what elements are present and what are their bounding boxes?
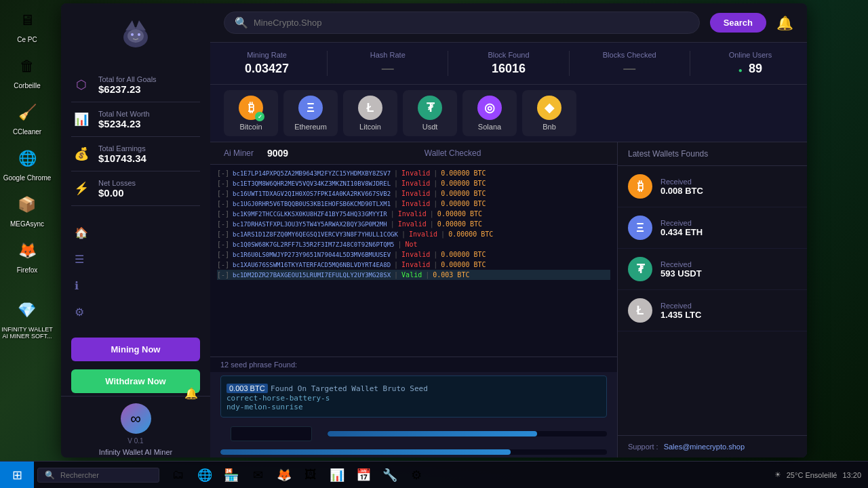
nav-info[interactable]: ℹ bbox=[61, 272, 210, 299]
crypto-btc[interactable]: ₿ ✓ Bitcoin bbox=[224, 90, 278, 136]
usdt-icon: ₮ bbox=[418, 96, 442, 120]
sidebar-bottom: ∞ V 0.1 Infinity Wallet AI Miner bbox=[61, 396, 210, 458]
crypto-usdt[interactable]: ₮ Usdt bbox=[403, 90, 457, 136]
taskbar-mail[interactable]: ✉ bbox=[245, 463, 270, 487]
online-users-box: Online Users ● 89 bbox=[707, 51, 793, 76]
start-button[interactable]: ⊞ bbox=[0, 462, 34, 489]
sidebar-logo bbox=[61, 3, 210, 61]
sidebar-bell-icon[interactable]: 🔔 bbox=[184, 387, 198, 400]
user-avatar: ∞ bbox=[121, 403, 151, 434]
seed-box: 0.003 BTC Found On Targeted Wallet Bruto… bbox=[220, 375, 607, 418]
search-input[interactable] bbox=[254, 18, 689, 28]
mining-rate-value: 0.03427 bbox=[224, 62, 310, 76]
desktop-icon-chrome[interactable]: 🌐 Google Chrome bbox=[3, 145, 52, 182]
taskbar-explorer[interactable]: 🗂 bbox=[166, 463, 191, 487]
header: 🔍 Search 🔔 bbox=[210, 3, 807, 43]
wallet-eth-icon: Ξ bbox=[628, 216, 652, 240]
seed-found-text: Found On Targeted Wallet Bruto Seed bbox=[271, 384, 428, 393]
taskbar-calendar[interactable]: 📅 bbox=[351, 463, 376, 487]
taskbar-app9[interactable]: 🔧 bbox=[378, 463, 402, 487]
header-bell-icon[interactable]: 🔔 bbox=[776, 15, 793, 31]
search-icon: 🔍 bbox=[235, 16, 248, 29]
desktop-icon-cepc[interactable]: 🖥 Ce PC bbox=[14, 7, 41, 43]
info-icon: ℹ bbox=[75, 279, 79, 292]
sidebar-nav: 🏠 ☰ ℹ ⚙ bbox=[61, 213, 210, 332]
support-bar: Support : Sales@minecrypto.shop bbox=[618, 435, 807, 458]
online-dot: ● bbox=[738, 66, 743, 74]
wallet-found-btc: ₿ Received 0.008 BTC bbox=[618, 166, 807, 207]
crypto-bnb[interactable]: ◆ Bnb bbox=[522, 90, 576, 136]
losses-icon: ⚡ bbox=[71, 178, 92, 199]
block-found-box: Block Found 16016 bbox=[465, 51, 551, 76]
seed-phrase-line1: correct-horse-battery-s bbox=[226, 394, 601, 403]
divider-4 bbox=[690, 51, 690, 76]
secondary-progress-bar bbox=[220, 449, 607, 455]
divider-3 bbox=[569, 51, 570, 76]
withdraw-now-button[interactable]: Withdraw Now bbox=[71, 369, 200, 393]
taskbar-app10[interactable]: ⚙ bbox=[404, 463, 429, 487]
networth-label: Total Net Worth bbox=[98, 110, 150, 118]
taskbar-edge[interactable]: 🌐 bbox=[193, 463, 217, 487]
desktop-icon-infinity[interactable]: 💎 INFINITY WALLET AI MINER SOFT... bbox=[1, 297, 53, 340]
wallet-log[interactable]: [-]bc1E7LP14PXPQ5ZA2MB9643M2FYZC15YHDMXB… bbox=[210, 165, 617, 357]
settings-icon: ⚙ bbox=[75, 306, 84, 319]
wallet-found-ltc: Ł Received 1.435 LTC bbox=[618, 290, 807, 331]
taskbar-store[interactable]: 🏪 bbox=[219, 463, 243, 487]
blocks-checked-label: Blocks Checked bbox=[587, 51, 673, 59]
taskbar: ⊞ 🔍 🗂 🌐 🏪 ✉ 🦊 🖼 📊 📅 🔧 ⚙ ☀ 25°C Ensoleill… bbox=[0, 461, 868, 488]
ai-miner-count: 9009 bbox=[267, 148, 288, 159]
taskbar-excel[interactable]: 📊 bbox=[325, 463, 349, 487]
mini-input-box[interactable] bbox=[231, 426, 312, 441]
blocks-checked-value: — bbox=[587, 62, 673, 76]
main-content: 🔍 Search 🔔 Mining Rate 0.03427 Hash Rate… bbox=[210, 3, 807, 458]
svg-point-3 bbox=[127, 29, 144, 43]
log-entry: [-]bc1XAU676SSWM16TKYATERFACD5MQ6NBLVDYR… bbox=[217, 260, 610, 270]
wallet-eth-amount: 0.434 ETH bbox=[660, 227, 797, 237]
desktop-icon-ccleaner[interactable]: 🧹 CCleaner bbox=[13, 99, 41, 136]
taskbar-firefox[interactable]: 🦊 bbox=[272, 463, 296, 487]
crypto-eth[interactable]: Ξ Ethereum bbox=[283, 90, 338, 136]
desktop-icon-mega[interactable]: 📦 MEGAsync bbox=[10, 191, 44, 228]
wallet-eth-info: Received 0.434 ETH bbox=[660, 219, 797, 237]
wallet-eth-received: Received bbox=[660, 219, 797, 227]
infinity-icon: 💎 bbox=[14, 297, 41, 324]
taskbar-search-input[interactable] bbox=[60, 471, 154, 479]
desktop-icon-trash[interactable]: 🗑 Corbeille bbox=[14, 53, 41, 89]
taskbar-photos[interactable]: 🖼 bbox=[298, 463, 323, 487]
progress-row bbox=[220, 424, 607, 444]
crypto-ltc[interactable]: Ł Litcoin bbox=[343, 90, 397, 136]
taskbar-search-box[interactable]: 🔍 bbox=[37, 468, 159, 483]
home-icon: 🏠 bbox=[75, 226, 88, 239]
crypto-sol[interactable]: ◎ Solana bbox=[462, 90, 517, 136]
eth-name: Ethereum bbox=[294, 123, 327, 131]
bnb-name: Bnb bbox=[542, 123, 556, 131]
wallet-checked-label: Wallet Checked bbox=[302, 148, 604, 158]
nav-list[interactable]: ☰ bbox=[61, 246, 210, 272]
mining-now-button[interactable]: Mining Now bbox=[71, 338, 200, 361]
total-earnings-stat: 💰 Total Earnings $10743.34 bbox=[71, 137, 200, 171]
log-entry: [-]bc16UWT1TDXAGV2QIH0XOS7FPKI4A0KA2RKV6… bbox=[217, 188, 610, 199]
search-button[interactable]: Search bbox=[710, 13, 766, 33]
sidebar: ⬡ Total for All Goals $6237.23 📊 Total N… bbox=[61, 3, 210, 458]
log-entry: [-]bc1R6U0LS0MWJYP273Y9651N79044L5D3MV6B… bbox=[217, 249, 610, 260]
app-name: Infinity Wallet AI Miner bbox=[99, 448, 172, 456]
search-box[interactable]: 🔍 bbox=[224, 12, 700, 34]
losses-label: Net Losses bbox=[98, 179, 136, 187]
ccleaner-icon: 🧹 bbox=[14, 99, 41, 126]
nav-settings[interactable]: ⚙ bbox=[61, 299, 210, 325]
networth-icon: 📊 bbox=[71, 109, 92, 129]
wallet-ltc-icon: Ł bbox=[628, 298, 652, 323]
taskbar-weather: 25°C Ensoleillé bbox=[787, 471, 837, 479]
secondary-progress-fill bbox=[220, 449, 511, 455]
wallet-ltc-received: Received bbox=[660, 302, 797, 310]
block-found-value: 16016 bbox=[465, 62, 551, 76]
taskbar-clock-time: 13:20 bbox=[842, 471, 861, 479]
wallet-btc-icon: ₿ bbox=[628, 174, 652, 199]
nav-home[interactable]: 🏠 bbox=[61, 220, 210, 246]
infinity-label: INFINITY WALLET AI MINER SOFT... bbox=[1, 326, 53, 340]
divider-2 bbox=[448, 51, 448, 76]
wallet-btc-amount: 0.008 BTC bbox=[660, 186, 797, 196]
losses-value: $0.00 bbox=[98, 187, 136, 199]
desktop-icon-firefox[interactable]: 🦊 Firefox bbox=[14, 237, 41, 274]
btc-name: Bitcoin bbox=[239, 123, 262, 131]
